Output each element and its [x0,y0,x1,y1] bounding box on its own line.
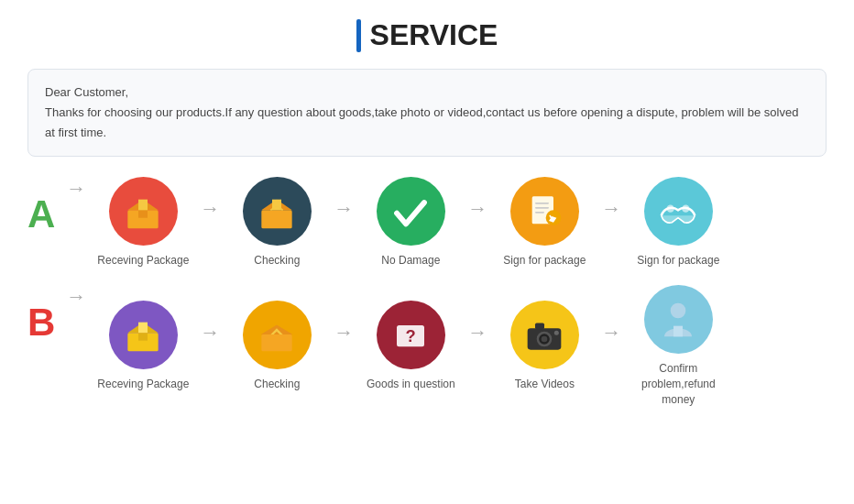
notice-line1: Dear Customer, [45,82,809,103]
svg-rect-18 [138,334,148,341]
title-accent-bar [356,19,361,52]
svg-rect-31 [673,325,683,336]
svg-rect-19 [262,334,292,351]
page-title: SERVICE [27,18,827,52]
flow-arrow: → [200,197,220,221]
flow-items-row-a: Receving Package→ Checking→ No Damage→ S… [88,177,827,268]
flow-label-a3: No Damage [381,253,440,268]
flow-item-a1: Receving Package [88,177,198,268]
flow-circle-a5 [644,177,713,246]
flow-circle-b4 [510,301,579,369]
flow-circle-a4 [510,177,579,246]
flow-label-a4: Sign for package [503,253,586,268]
flow-label-a1: Receving Package [97,253,189,268]
flow-arrow: → [66,285,86,309]
svg-rect-10 [535,212,544,214]
flow-label-b2: Checking [254,377,300,392]
row-label-a: A [27,195,55,234]
flow-item-a5: Sign for package [623,177,733,268]
flow-arrow: → [601,197,621,221]
flow-circle-b2 [243,301,312,369]
flow-label-a2: Checking [254,253,300,268]
flow-label-a5: Sign for package [637,253,719,268]
flow-item-b1: Receving Package [88,301,198,392]
svg-rect-9 [535,207,549,209]
svg-point-30 [671,302,686,318]
flow-item-b4: Take Videos [489,301,599,392]
flow-arrow: → [467,197,487,221]
flow-arrow: → [334,321,354,345]
svg-rect-8 [535,203,549,204]
flow-label-b1: Receving Package [97,377,189,392]
notice-line2: Thanks for choosing our products.If any … [45,103,809,143]
svg-rect-2 [138,199,148,211]
svg-rect-4 [262,210,292,228]
svg-rect-28 [535,323,544,330]
flow-row-a: A→ Receving Package→ Checking→ No Damage… [27,177,827,268]
flow-arrow: → [467,321,487,345]
flow-item-a4: Sign for package [489,177,599,268]
title-text: SERVICE [370,18,498,52]
flow-label-b5: Confirm problem,refund money [623,361,733,407]
row-label-b: B [27,303,55,342]
flow-arrow: → [200,321,220,345]
svg-point-13 [667,204,674,212]
flow-circle-b3: ? [377,301,445,369]
flow-circle-a1 [109,177,178,246]
flow-item-b3: ? Goods in question [356,301,465,392]
flow-circle-b5 [644,285,713,354]
flow-arrow: → [66,177,86,201]
flow-item-a2: Checking [222,177,332,268]
flow-item-b5: Confirm problem,refund money [623,285,733,407]
flow-arrow: → [334,197,354,221]
flow-circle-a3 [377,177,445,246]
svg-rect-3 [138,210,148,217]
svg-point-29 [554,331,559,335]
flow-circle-b1 [109,301,178,369]
flow-label-b4: Take Videos [515,377,575,392]
svg-rect-17 [138,323,148,334]
flow-item-a3: No Damage [356,177,465,268]
notice-box: Dear Customer, Thanks for choosing our p… [27,69,827,157]
svg-text:?: ? [406,327,416,346]
flow-arrow: → [601,321,621,345]
flow-item-b2: Checking [222,301,332,392]
svg-point-14 [683,204,690,212]
flow-circle-a2 [243,177,312,246]
flow-row-b: B→ Receving Package→ Checking→ ? Goods i… [27,285,827,407]
flow-items-row-b: Receving Package→ Checking→ ? Goods in q… [88,285,827,407]
svg-point-27 [542,336,548,343]
flow-label-b3: Goods in question [367,377,455,392]
